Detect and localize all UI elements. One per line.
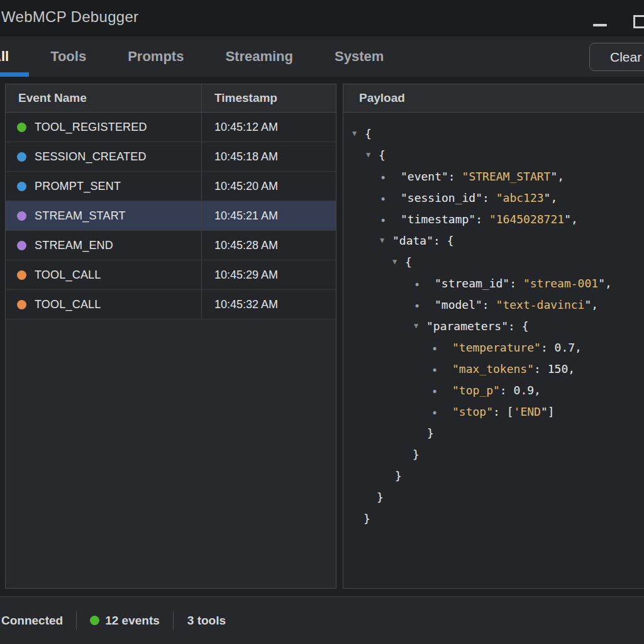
bullet-icon: • [431,343,444,352]
event-status-dot-icon [17,152,26,162]
bullet-icon: • [380,214,392,224]
collapse-triangle-icon[interactable]: ▼ [352,129,365,138]
json-token: "stream_id" [435,277,509,290]
event-name-label: SESSION_CREATED [35,150,147,164]
bullet-icon: • [431,364,444,374]
tab-prompts[interactable]: Prompts [128,48,184,65]
collapse-triangle-icon[interactable]: ▼ [380,236,392,245]
events-table-header: Event Name Timestamp [6,84,336,113]
window-title: WebMCP Debugger [1,8,138,26]
event-name-cell: TOOL_REGISTERED [6,113,202,142]
json-token: : [448,170,462,183]
json-value-token: "stream-001 [523,277,598,290]
json-token: { [405,255,412,269]
collapse-triangle-icon[interactable]: ▼ [366,150,379,159]
json-token: : [482,191,496,204]
tab-bar: AllToolsPromptsStreamingSystem Clear [0,36,644,77]
table-row[interactable]: STREAM_END10:45:28 AM [6,231,336,260]
payload-json-tree[interactable]: ▼{▼{•"event": "STREAM_START",•"session_i… [343,113,644,577]
table-row[interactable]: STREAM_START10:45:21 AM [6,201,336,231]
status-bar-items: Connected 12 events 3 tools [0,597,644,644]
active-tab-indicator [0,72,29,77]
event-name-cell: PROMPT_SENT [6,172,202,201]
json-token: : [ [493,405,514,418]
event-name-label: PROMPT_SENT [35,180,121,193]
json-token: ", [564,213,578,226]
json-value-token: 'END [514,405,541,418]
event-timestamp-cell: 10:45:32 AM [202,290,336,319]
connection-status: Connected [1,614,63,628]
json-line: } [364,508,644,529]
json-line: } [377,486,644,508]
json-token: "parameters" [426,319,508,333]
table-row[interactable]: TOOL_REGISTERED10:45:12 AM [6,113,336,142]
json-token: "] [541,405,555,418]
event-name-cell: TOOL_CALL [6,290,202,319]
event-status-dot-icon [17,182,26,191]
event-name-cell: STREAM_END [6,231,202,260]
tab-streaming[interactable]: Streaming [225,48,293,65]
status-divider [173,611,174,630]
json-token: ", [544,191,558,204]
json-token: ", [550,170,564,183]
event-status-dot-icon [17,270,26,280]
json-line: •"event": "STREAM_START", [380,165,644,187]
event-timestamp-cell: 10:45:29 AM [202,260,336,289]
event-status-dot-icon [17,300,26,309]
json-line: •"session_id": "abc123", [380,187,644,208]
event-timestamp-cell: 10:45:18 AM [202,142,336,171]
collapse-triangle-icon[interactable]: ▼ [414,321,426,330]
json-token: "data" [392,234,433,247]
events-panel: Event Name Timestamp TOOL_REGISTERED10:4… [5,84,336,589]
json-line: } [427,422,644,443]
json-token: { [365,127,372,140]
json-line: ▼"parameters": { [414,315,644,336]
json-line: •"top_p": 0.9, [431,379,644,401]
minimize-icon[interactable] [593,24,607,26]
event-timestamp-cell: 10:45:12 AM [202,113,336,142]
event-name-cell: TOOL_CALL [6,260,202,289]
maximize-icon[interactable] [633,15,644,28]
json-value-token: "1645028721 [489,213,564,226]
bullet-icon: • [380,193,392,203]
events-count: 12 events [105,614,160,628]
event-name-label: TOOL_CALL [35,269,101,282]
collapse-triangle-icon[interactable]: ▼ [392,257,405,266]
json-line: •"model": "text-davinci", [414,294,644,315]
json-token: "session_id" [401,191,482,204]
json-token: } [413,448,419,461]
json-token: } [427,426,434,440]
json-value-token: "text-davinci [496,298,585,311]
tab-all[interactable]: All [0,48,9,65]
json-line: •"max_tokens": 150, [431,358,644,379]
json-token: : { [508,319,529,333]
event-name-label: TOOL_REGISTERED [35,121,147,134]
bullet-icon: • [431,407,444,416]
bullet-icon: • [414,300,426,309]
json-token: : [541,341,555,354]
event-name-label: STREAM_END [35,239,113,252]
status-bar: Connected 12 events 3 tools [0,596,644,644]
tab-system[interactable]: System [335,48,384,65]
events-status-dot-icon [90,616,99,625]
payload-panel: Payload ▼{▼{•"event": "STREAM_START",•"s… [343,84,644,589]
table-row[interactable]: TOOL_CALL10:45:29 AM [6,260,336,290]
json-line: ▼{ [366,144,644,165]
event-timestamp-cell: 10:45:28 AM [202,231,336,260]
table-row[interactable]: PROMPT_SENT10:45:20 AM [6,172,336,201]
table-row[interactable]: TOOL_CALL10:45:32 AM [6,290,336,319]
json-token: } [364,512,370,525]
event-status-dot-icon [17,211,26,221]
events-table-body: TOOL_REGISTERED10:45:12 AMSESSION_CREATE… [6,113,336,319]
column-header-event-name: Event Name [6,84,202,112]
column-header-timestamp: Timestamp [202,84,336,112]
table-row[interactable]: SESSION_CREATED10:45:18 AM [6,142,336,172]
json-token: } [395,469,402,482]
json-token: 150, [548,362,575,375]
json-line: •"temperature": 0.7, [431,336,644,358]
json-token: ", [584,298,598,311]
tab-tools[interactable]: Tools [50,48,86,65]
tab-bar-tabs: AllToolsPromptsStreamingSystem [0,36,644,77]
clear-button[interactable]: Clear [589,43,644,71]
json-line: } [395,465,644,486]
